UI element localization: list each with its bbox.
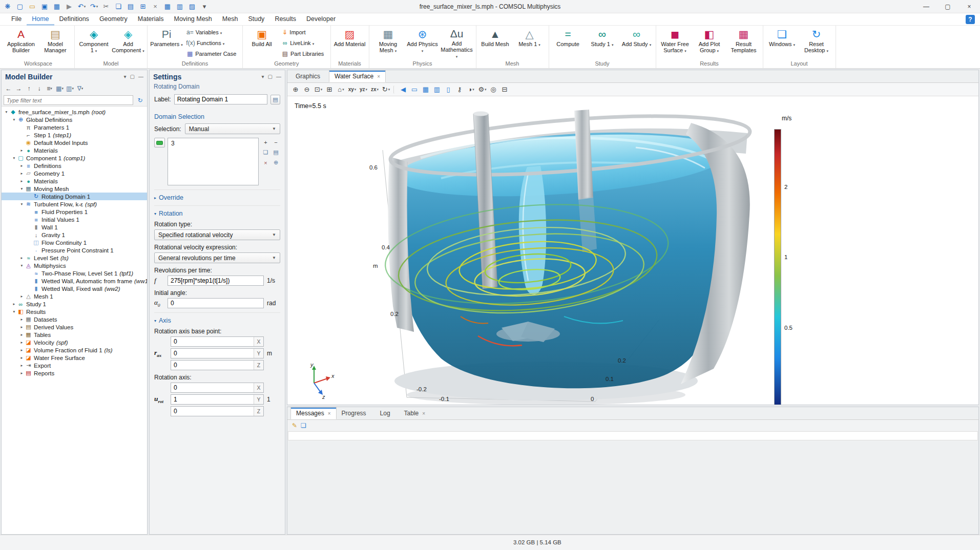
ribbon-button[interactable]: ▤ Model Manager bbox=[39, 27, 72, 59]
titlebar-tool[interactable]: ▤ bbox=[125, 1, 137, 12]
ribbon-button[interactable]: ⊛ Add Physics ▾ bbox=[406, 27, 439, 59]
graphics-tab[interactable]: Graphics bbox=[290, 70, 329, 82]
tree-expander-icon[interactable]: ▸ bbox=[19, 355, 25, 360]
ribbon-button[interactable]: a= Variables ▾ bbox=[184, 27, 225, 37]
ribbon-button[interactable]: ◼ Water Free Surface ▾ bbox=[659, 27, 692, 59]
graphics-tool[interactable]: ▦ bbox=[421, 84, 431, 95]
tree-item[interactable]: ▸ △ Mesh 1 bbox=[2, 292, 147, 300]
tree-item[interactable]: ▮ Wetted Wall, Automatic from frame (ww1… bbox=[2, 277, 147, 285]
tree-item[interactable]: ◉ Default Model Inputs bbox=[2, 139, 147, 146]
menu-item[interactable]: Mesh bbox=[217, 13, 243, 26]
tree-item[interactable]: ▮ Wall 1 bbox=[2, 223, 147, 231]
titlebar-tool[interactable]: ⊞ bbox=[137, 1, 149, 12]
velocity-expression-dropdown[interactable]: General revolutions per time ▼ bbox=[154, 252, 280, 263]
graphics-tool[interactable]: ▭ bbox=[409, 84, 420, 95]
ribbon-button[interactable]: ▲ Build Mesh bbox=[479, 27, 512, 59]
tree-item[interactable]: ▸ ▤ Reports bbox=[2, 369, 147, 377]
rotation-header[interactable]: ▾ Rotation bbox=[154, 210, 280, 217]
ribbon-button[interactable]: ∞ Add Study ▾ bbox=[620, 27, 653, 59]
selection-button[interactable]: × bbox=[261, 158, 270, 167]
tree-item[interactable]: ▸ ● Materials bbox=[2, 177, 147, 185]
selection-button[interactable]: ⊕ bbox=[272, 158, 280, 167]
filter-input[interactable] bbox=[4, 95, 133, 105]
ribbon-button[interactable]: ◈ Add Component ▾ bbox=[112, 27, 144, 59]
tree-item[interactable]: ▾ ▢ Component 1 (comp1) bbox=[2, 154, 147, 162]
ribbon-button[interactable]: ↻ Reset Desktop ▾ bbox=[800, 27, 833, 59]
graphics-tool[interactable]: ⊞ bbox=[324, 84, 335, 95]
tree-item[interactable]: ▸ ⇥ Export bbox=[2, 362, 147, 369]
tree-item[interactable]: ∙ Pressure Point Constraint 1 bbox=[2, 246, 147, 254]
menu-item[interactable]: Materials bbox=[133, 13, 169, 26]
tree-item[interactable]: ▸ ≈ Level Set (ls) bbox=[2, 254, 147, 262]
graphics-tool[interactable]: ⊡▾ bbox=[313, 84, 324, 95]
tree-expander-icon[interactable]: ▸ bbox=[19, 371, 25, 375]
titlebar-tool[interactable]: ▨ bbox=[186, 1, 198, 12]
titlebar-tool[interactable]: ▥ bbox=[174, 1, 186, 12]
information-tab[interactable]: Log bbox=[375, 407, 399, 419]
graphics-tool[interactable]: ↻▾ bbox=[381, 84, 391, 95]
tree-item[interactable]: ◫ Flow Continuity 1 bbox=[2, 239, 147, 246]
ribbon-button[interactable]: = Compute bbox=[552, 27, 585, 59]
ribbon-button[interactable]: Pi Parameters ▾ bbox=[150, 27, 183, 59]
titlebar-tool[interactable]: ↶▾ bbox=[76, 1, 88, 12]
tree-item[interactable]: ▾ ⊕ Global Definitions bbox=[2, 116, 147, 123]
graphics-tool[interactable]: zx▾ bbox=[369, 84, 380, 95]
selection-button[interactable]: − bbox=[272, 138, 280, 146]
toolbar-button[interactable]: ↓ bbox=[34, 84, 44, 94]
ribbon-button[interactable]: ▦ Result Templates bbox=[727, 27, 760, 59]
titlebar-tool[interactable]: ↷▾ bbox=[88, 1, 100, 12]
tree-item[interactable]: ▾ ◬ Multiphysics bbox=[2, 262, 147, 269]
3d-scene[interactable] bbox=[287, 96, 978, 405]
ribbon-button[interactable]: ▣ Build All bbox=[245, 27, 278, 59]
tree-expander-icon[interactable]: ▸ bbox=[19, 294, 25, 299]
tree-item[interactable]: ▮ Wetted Wall, Fixed wall (ww2) bbox=[2, 285, 147, 292]
tree-item[interactable]: ▾ ◆ free_surface_mixer_ls.mph (root) bbox=[2, 108, 147, 116]
tree-expander-icon[interactable]: ▾ bbox=[19, 202, 25, 206]
menu-item[interactable]: Study bbox=[243, 13, 269, 26]
titlebar-tool[interactable]: ❏ bbox=[113, 1, 124, 12]
tree-expander-icon[interactable]: ▾ bbox=[4, 110, 9, 114]
ribbon-button[interactable]: ▦ Parameter Case bbox=[184, 48, 240, 59]
toolbar-button[interactable]: ▦▾ bbox=[55, 84, 65, 94]
information-tab[interactable]: Table × bbox=[399, 407, 431, 419]
selection-button[interactable]: ▤ bbox=[272, 148, 280, 157]
ribbon-button[interactable]: A Application Builder bbox=[5, 27, 37, 59]
revolutions-input[interactable] bbox=[168, 276, 264, 286]
selection-list-item[interactable]: 3 bbox=[171, 140, 255, 147]
messages-tool[interactable]: ✎ bbox=[292, 422, 297, 429]
close-icon[interactable]: × bbox=[377, 74, 380, 79]
tree-expander-icon[interactable]: ▸ bbox=[19, 325, 25, 329]
graphics-tool[interactable] bbox=[393, 86, 396, 94]
menu-item[interactable]: File bbox=[6, 13, 27, 26]
tree-expander-icon[interactable]: ▸ bbox=[19, 317, 25, 322]
tree-item[interactable]: ↻ Rotating Domain 1 bbox=[2, 193, 147, 200]
refresh-icon[interactable]: ↻ bbox=[135, 95, 145, 105]
tree-expander-icon[interactable]: ▸ bbox=[19, 171, 25, 176]
titlebar-tool[interactable]: ▢ bbox=[14, 1, 26, 12]
close-icon[interactable]: × bbox=[422, 411, 425, 416]
toolbar-button[interactable]: ↑ bbox=[24, 84, 34, 94]
ribbon-button[interactable]: ∞ LiveLink ▾ bbox=[280, 37, 318, 48]
titlebar-tool[interactable]: ▣ bbox=[39, 1, 51, 12]
tree-item[interactable]: ▸ ◪ Volume Fraction of Fluid 1 (ls) bbox=[2, 346, 147, 354]
information-tab[interactable]: Messages × bbox=[290, 407, 337, 419]
titlebar-tool[interactable]: ✂ bbox=[100, 1, 112, 12]
panel-menu-icon[interactable]: ▾ bbox=[262, 74, 264, 79]
titlebar-tool[interactable]: ▭ bbox=[27, 1, 38, 12]
ribbon-button[interactable]: ◈ Component 1 ▾ bbox=[77, 27, 110, 59]
tree-item[interactable]: ▸ ▱ Geometry 1 bbox=[2, 170, 147, 177]
tree-item[interactable]: ▸ ▤ Derived Values bbox=[2, 323, 147, 331]
tree-item[interactable]: ▾ ≋ Turbulent Flow, k-ε (spf) bbox=[2, 200, 147, 208]
ribbon-button[interactable]: ▨ Add Material bbox=[333, 27, 366, 59]
selection-active-toggle[interactable] bbox=[154, 138, 165, 147]
selection-list-icon[interactable]: ▤ bbox=[270, 95, 280, 104]
tree-expander-icon[interactable]: ▸ bbox=[19, 332, 25, 337]
graphics-tool[interactable]: ◑▾ bbox=[466, 84, 476, 95]
graphics-tool[interactable]: ◀ bbox=[398, 84, 409, 95]
ribbon-button[interactable]: ∞ Study 1 ▾ bbox=[586, 27, 619, 59]
titlebar-tool[interactable]: ❋ bbox=[2, 1, 14, 12]
close-icon[interactable]: × bbox=[328, 411, 331, 416]
menu-item[interactable]: Home bbox=[27, 13, 54, 26]
graphics-tool[interactable]: ◎ bbox=[488, 84, 499, 95]
graphics-tool[interactable]: ⊟ bbox=[499, 84, 510, 95]
